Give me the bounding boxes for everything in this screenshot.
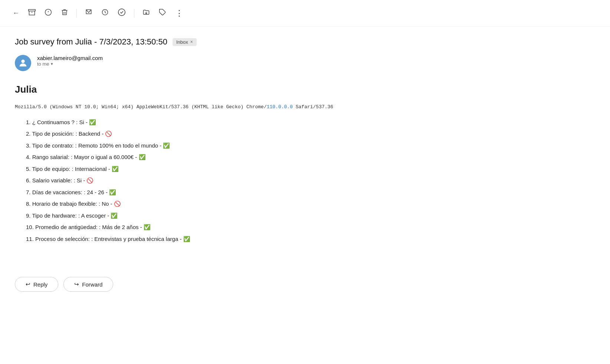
info-icon <box>45 9 52 18</box>
email-body: Julia Mozilla/5.0 (Windows NT 10.0; Win6… <box>0 84 610 269</box>
ua-suffix: Safari/537.36 <box>293 104 333 110</box>
survey-item: 10. Promedio de antigüedad: : Más de 2 a… <box>26 222 595 232</box>
delete-icon <box>61 9 68 18</box>
more-icon: ⋮ <box>175 9 184 18</box>
back-button[interactable]: ← <box>9 6 23 20</box>
survey-item: 5. Tipo de equipo: : Internacional - ✅ <box>26 164 595 174</box>
user-agent-line: Mozilla/5.0 (Windows NT 10.0; Win64; x64… <box>15 103 595 111</box>
reply-button[interactable]: ↩ Reply <box>15 277 58 292</box>
snooze-button[interactable] <box>98 6 112 21</box>
subject-row: Job survey from Julia - 7/3/2023, 13:50:… <box>15 37 595 47</box>
forward-label: Forward <box>82 281 102 288</box>
survey-item: 11. Proceso de selección: : Entrevistas … <box>26 234 595 244</box>
move-button[interactable] <box>139 6 154 21</box>
inbox-badge: Inbox × <box>173 38 197 46</box>
mark-button[interactable] <box>81 6 96 21</box>
survey-item: 7. Días de vacaciones: : 24 - 26 - ✅ <box>26 188 595 197</box>
svg-point-6 <box>118 9 125 16</box>
label-icon <box>159 9 166 18</box>
ua-link[interactable]: 110.0.0.0 <box>267 104 293 110</box>
inbox-label: Inbox <box>176 39 188 45</box>
forward-button[interactable]: ↪ Forward <box>63 277 113 292</box>
survey-item: 8. Horario de trabajo flexible: : No - 🚫 <box>26 199 595 209</box>
svg-rect-0 <box>29 10 35 11</box>
survey-item: 9. Tipo de hardware: : A escoger - ✅ <box>26 211 595 221</box>
email-header: Job survey from Julia - 7/3/2023, 13:50:… <box>0 27 610 84</box>
action-buttons: ↩ Reply ↪ Forward <box>0 269 610 303</box>
sender-to-label: to me <box>37 61 49 67</box>
more-button[interactable]: ⋮ <box>171 6 187 21</box>
survey-item: 3. Tipo de contrato: : Remoto 100% en to… <box>26 141 595 150</box>
ua-prefix: Mozilla/5.0 (Windows NT 10.0; Win64; x64… <box>15 104 267 110</box>
greeting-name: Julia <box>15 84 595 95</box>
sender-to-dropdown[interactable]: to me ▾ <box>37 61 103 67</box>
done-button[interactable] <box>114 5 129 21</box>
label-button[interactable] <box>155 6 170 21</box>
done-icon <box>118 8 126 18</box>
avatar <box>15 55 31 71</box>
survey-list: 1. ¿ Continuamos ? : Si - ✅2. Tipo de po… <box>26 118 595 244</box>
info-button[interactable] <box>41 6 56 21</box>
toolbar-divider-2 <box>134 9 134 17</box>
sender-email: xabier.lameiro@gmail.com <box>37 55 103 61</box>
archive-button[interactable] <box>24 6 39 21</box>
archive-icon <box>28 9 36 18</box>
svg-point-8 <box>21 60 24 63</box>
mark-icon <box>85 9 92 18</box>
toolbar: ← <box>0 0 610 27</box>
survey-item: 6. Salario variable: : Si - 🚫 <box>26 176 595 185</box>
survey-item: 1. ¿ Continuamos ? : Si - ✅ <box>26 118 595 127</box>
reply-label: Reply <box>33 281 47 288</box>
reply-icon: ↩ <box>26 281 30 288</box>
email-subject: Job survey from Julia - 7/3/2023, 13:50:… <box>15 37 167 47</box>
inbox-close-button[interactable]: × <box>190 39 193 44</box>
forward-icon: ↪ <box>74 281 79 288</box>
chevron-down-icon: ▾ <box>51 62 53 66</box>
survey-item: 2. Tipo de posición: : Backend - 🚫 <box>26 129 595 139</box>
toolbar-divider-1 <box>76 9 77 17</box>
snooze-icon <box>101 9 109 18</box>
back-icon: ← <box>13 9 19 17</box>
sender-row: xabier.lameiro@gmail.com to me ▾ <box>15 55 595 71</box>
move-icon <box>142 9 150 18</box>
delete-button[interactable] <box>57 6 72 21</box>
sender-info: xabier.lameiro@gmail.com to me ▾ <box>37 55 103 67</box>
survey-item: 4. Rango salarial: : Mayor o igual a 60.… <box>26 152 595 162</box>
